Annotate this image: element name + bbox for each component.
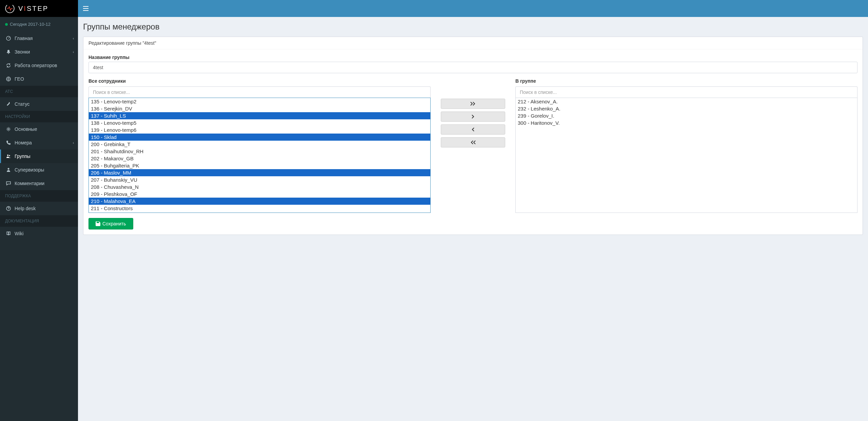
sidebar-item-label: Статус [15,101,29,107]
all-employees-search-input[interactable] [88,86,431,98]
sidebar: VISTEP Сегодня 2017-10-12 Главная‹Звонки… [0,0,78,240]
book-icon [5,231,12,236]
sidebar-item-label: Wiki [15,231,23,236]
double-chevron-left-icon [470,140,476,144]
topbar [78,0,868,17]
hamburger-icon[interactable] [83,6,88,11]
nav-header-docs: ДОКУМЕНТАЦИЯ [0,215,78,227]
list-item[interactable]: 200 - Grebinka_T [89,141,430,148]
sidebar-item-супервизоры[interactable]: Супервизоры [0,163,78,177]
date-indicator: Сегодня 2017-10-12 [0,17,78,32]
svg-point-6 [8,168,9,170]
bell-icon [5,49,12,54]
move-all-right-button[interactable] [441,99,505,109]
list-item[interactable]: 202 - Makarov_GB [89,155,430,162]
sidebar-item-label: Работа операторов [15,63,57,68]
logo-area[interactable]: VISTEP [0,0,78,17]
move-left-button[interactable] [441,124,505,135]
sidebar-item-звонки[interactable]: Звонки‹ [0,45,78,59]
svg-point-4 [7,155,8,156]
sidebar-item-гео[interactable]: ГЕО [0,72,78,86]
list-item[interactable]: 232 - Leshenko_A. [516,105,857,112]
group-name-input[interactable] [88,62,857,73]
list-item[interactable]: 135 - Lenovo-temp2 [89,98,430,105]
move-right-button[interactable] [441,112,505,122]
list-item[interactable]: 207 - Buhanskiy_VU [89,176,430,183]
phone-icon [5,140,12,145]
users-icon [5,154,12,159]
sidebar-item-номера[interactable]: Номера‹ [0,136,78,149]
refresh-icon [5,63,12,68]
all-employees-list[interactable]: 135 - Lenovo-temp2136 - Serejkin_DV137 -… [88,98,431,213]
list-item[interactable]: 136 - Serejkin_DV [89,105,430,112]
chevron-left-icon [471,127,475,132]
sidebar-item-работа-операторов[interactable]: Работа операторов [0,59,78,72]
nav-header-atc: АТС [0,86,78,97]
sidebar-item-комментарии[interactable]: Комментарии [0,177,78,190]
wrench-icon [5,102,12,106]
sidebar-item-label: ГЕО [15,76,24,82]
sidebar-item-label: Супервизоры [15,167,44,173]
nav-header-support: ПОДДЕРЖКА [0,190,78,202]
main-content: Группы менеджеров Редактирование группы … [78,0,868,240]
sidebar-item-главная[interactable]: Главная‹ [0,32,78,45]
globe-icon [5,77,12,81]
sidebar-item-label: Основные [15,126,37,132]
status-dot-icon [5,23,8,26]
list-item[interactable]: 212 - Aksenov_A. [516,98,857,105]
list-item[interactable]: 205 - Buhgalteria_PK [89,162,430,169]
in-group-search-input[interactable] [515,86,857,98]
sidebar-item-label: Главная [15,36,33,41]
list-item[interactable]: 220 - Peremitin_U. [89,212,430,213]
gear-icon [5,127,12,132]
list-item[interactable]: 211 - Constructors [89,205,430,212]
page-title: Группы менеджеров [83,22,863,32]
group-name-label: Название группы [88,55,857,60]
list-item[interactable]: 201 - Shaihutdinov_RH [89,148,430,155]
save-icon [96,221,100,226]
user-icon [5,167,12,172]
chevron-left-icon: ‹ [73,37,74,40]
chevron-left-icon: ‹ [73,50,74,54]
sidebar-item-wiki[interactable]: Wiki [0,227,78,240]
list-item[interactable]: 137 - Suhih_LS [89,112,430,119]
sidebar-item-группы[interactable]: Группы [0,149,78,163]
sidebar-item-label: Help desk [15,206,36,211]
all-employees-label: Все сотрудники [88,78,431,84]
comment-icon [5,181,12,186]
sidebar-item-label: Комментарии [15,181,44,186]
svg-point-5 [9,155,10,156]
list-item[interactable]: 239 - Gorelov_I. [516,112,857,119]
sidebar-item-help-desk[interactable]: Help desk [0,202,78,215]
dashboard-icon [5,36,12,41]
list-item[interactable]: 139 - Lenovo-temp6 [89,126,430,134]
in-group-list[interactable]: 212 - Aksenov_A.232 - Leshenko_A.239 - G… [515,98,857,213]
panel-title: Редактирование группы "4test" [83,37,863,49]
chevron-left-icon: ‹ [73,141,74,145]
in-group-label: В группе [515,78,857,84]
chevron-right-icon [471,115,475,119]
list-item[interactable]: 208 - Chuvasheva_N [89,183,430,191]
list-item[interactable]: 210 - Malahova_EA [89,198,430,205]
question-icon [5,206,12,211]
logo-text: VISTEP [18,5,48,13]
sidebar-item-label: Звонки [15,49,30,55]
move-all-left-button[interactable] [441,137,505,147]
save-button-label: Сохранить [102,221,126,226]
logo-icon [4,3,16,14]
save-button[interactable]: Сохранить [88,218,133,229]
sidebar-item-label: Группы [15,154,31,159]
list-item[interactable]: 300 - Haritonov_V. [516,119,857,126]
sidebar-item-основные[interactable]: Основные [0,122,78,136]
edit-panel: Редактирование группы "4test" Название г… [83,37,863,235]
sidebar-item-статус[interactable]: Статус [0,97,78,111]
list-item[interactable]: 138 - Lenovo-temp5 [89,119,430,126]
nav-header-settings: НАСТРОЙКИ [0,111,78,122]
list-item[interactable]: 209 - Pleshkova_OF [89,191,430,198]
sidebar-item-label: Номера [15,140,32,145]
double-chevron-right-icon [470,102,476,106]
svg-point-3 [8,128,9,130]
list-item[interactable]: 206 - Maslov_MM [89,169,430,176]
list-item[interactable]: 150 - Sklad [89,134,430,141]
